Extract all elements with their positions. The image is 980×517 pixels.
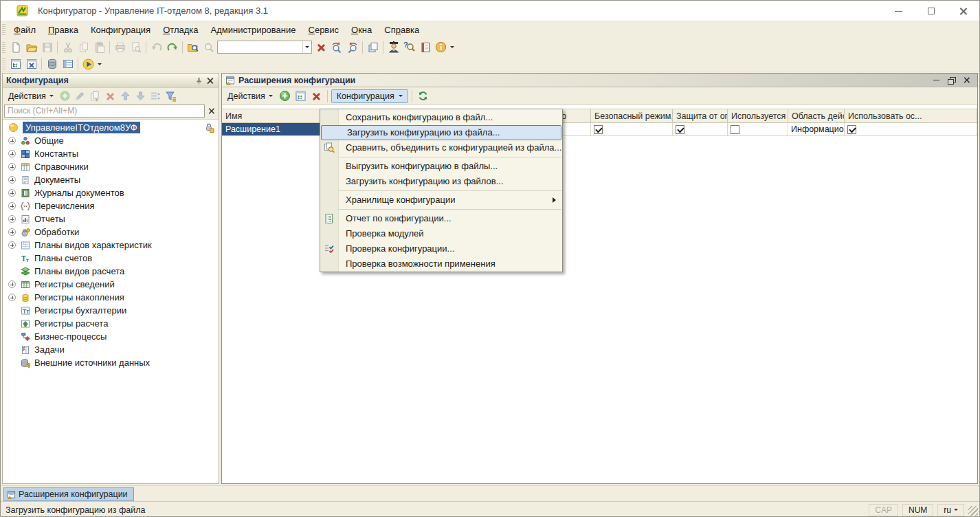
tree-item-catalogs[interactable]: Справочники	[3, 160, 219, 173]
debug-more-caret-icon[interactable]	[98, 63, 102, 65]
expand-icon[interactable]	[8, 150, 16, 157]
tree-search-input[interactable]	[5, 106, 204, 116]
menu-item-compare-merge[interactable]: Сравнить, объединить с конфигурацией из …	[320, 140, 562, 155]
print-preview-button[interactable]	[128, 40, 144, 55]
column-header-danger-protection[interactable]: Защита от опас...	[673, 109, 728, 122]
child-minimize-button[interactable]	[928, 74, 944, 87]
used-in-distributed-checkbox[interactable]	[731, 125, 739, 134]
delete-extension-button[interactable]	[309, 89, 324, 103]
extensions-actions-button[interactable]: Действия	[224, 90, 276, 102]
tree-item-calculation-registers[interactable]: Регистры расчета	[3, 317, 219, 330]
open-button[interactable]	[23, 40, 39, 55]
sort-list-button[interactable]	[148, 89, 163, 103]
tree-item-chart-of-calculation-types[interactable]: Планы видов расчета	[3, 265, 219, 278]
expand-icon[interactable]	[8, 163, 16, 170]
extensions-window-titlebar[interactable]: Расширения конфигурации	[222, 74, 977, 87]
tree-item-business-processes[interactable]: Бизнес-процессы	[3, 330, 219, 343]
toolbar2-grip[interactable]	[2, 58, 5, 69]
search-clear-icon[interactable]	[205, 104, 217, 118]
expand-icon[interactable]	[8, 280, 16, 288]
tree-item-constants[interactable]: Константы	[3, 147, 219, 160]
menu-tools[interactable]: Сервис	[302, 23, 346, 37]
menu-item-check-applicability[interactable]: Проверка возможности применения	[320, 256, 562, 272]
minimize-button[interactable]	[882, 1, 915, 21]
tree-item-external-data-sources[interactable]: Внешние источники данных	[3, 356, 219, 369]
tree-item-accounting-registers[interactable]: ТтРегистры бухгалтерии	[3, 304, 219, 317]
menu-item-load-config-from-file[interactable]: Загрузить конфигурацию из файла...	[321, 125, 561, 140]
open-extension-configuration-button[interactable]	[293, 89, 308, 103]
column-header-scope[interactable]: Область действ...	[788, 109, 845, 122]
toolbar-grip[interactable]	[2, 42, 5, 53]
print-button[interactable]	[112, 40, 128, 55]
menu-item-config-report[interactable]: Отчет по конфигурации...	[320, 211, 562, 226]
menu-item-config-repository[interactable]: Хранилище конфигурации	[320, 192, 562, 208]
tree-item-document-journals[interactable]: Журналы документов	[3, 186, 219, 199]
tree-item-chart-of-accounts[interactable]: ТтПланы счетов	[3, 252, 219, 265]
cut-button[interactable]	[60, 40, 76, 55]
column-header-used-in[interactable]: Используется в ...	[728, 109, 788, 122]
paste-button[interactable]	[91, 40, 107, 55]
edit-button[interactable]	[73, 89, 87, 103]
syntax-book-button[interactable]	[417, 40, 433, 55]
copy-windows-button[interactable]	[365, 40, 381, 55]
pin-icon[interactable]	[193, 75, 204, 86]
tree-item-common[interactable]: Общие	[3, 134, 219, 147]
filter-button[interactable]	[164, 89, 178, 103]
zoom-forward-icon[interactable]	[344, 40, 360, 55]
expand-icon[interactable]	[8, 294, 16, 301]
tree-item-enums[interactable]: Перечисления	[3, 199, 219, 212]
search-input[interactable]	[218, 42, 302, 52]
add-extension-button[interactable]	[278, 89, 292, 103]
menu-item-save-config-to-file[interactable]: Сохранить конфигурацию в файл...	[320, 110, 562, 125]
child-restore-button[interactable]	[944, 74, 959, 87]
expand-icon[interactable]	[8, 189, 16, 197]
tree-item-tasks[interactable]: Задачи	[3, 343, 219, 356]
move-up-button[interactable]	[118, 89, 133, 103]
global-search-button[interactable]	[185, 40, 201, 55]
maximize-button[interactable]	[915, 1, 947, 21]
panel-close-icon[interactable]	[204, 75, 215, 86]
menu-windows[interactable]: Окна	[345, 23, 378, 37]
tab-extensions-window[interactable]: Расширения конфигурации	[3, 487, 134, 501]
database-icon[interactable]	[44, 56, 60, 72]
menu-item-check-configuration[interactable]: Проверка конфигурации...	[320, 241, 562, 256]
expand-icon[interactable]	[8, 176, 16, 184]
menu-edit[interactable]: Правка	[42, 23, 85, 37]
expand-icon[interactable]	[8, 241, 16, 249]
use-main-roles-cell[interactable]	[845, 123, 977, 135]
new-document-button[interactable]	[8, 40, 23, 55]
scope-cell[interactable]: Информационна...	[788, 123, 845, 135]
redo-button[interactable]	[164, 40, 180, 55]
actions-dropdown-button[interactable]: Действия	[5, 90, 57, 102]
danger-protection-cell[interactable]	[673, 123, 728, 135]
menu-item-load-config-from-files[interactable]: Загрузить конфигурацию из файлов...	[320, 174, 562, 189]
tree-item-chart-of-characteristic-types[interactable]: Планы видов характеристик	[3, 239, 219, 252]
delete-button[interactable]	[103, 89, 118, 103]
tree-item-documents[interactable]: Документы	[3, 173, 219, 186]
resize-grip[interactable]	[968, 506, 978, 516]
safe-mode-cell[interactable]	[591, 123, 673, 135]
exchange-table-button[interactable]	[60, 56, 76, 72]
child-close-button[interactable]	[959, 74, 974, 87]
expand-icon[interactable]	[8, 215, 16, 223]
use-main-roles-checkbox[interactable]	[847, 125, 856, 134]
menu-administration[interactable]: Администрирование	[205, 23, 302, 37]
menu-debug[interactable]: Отладка	[157, 23, 204, 37]
find-button[interactable]	[201, 40, 216, 55]
safe-mode-checkbox[interactable]	[594, 125, 603, 134]
tree-item-reports[interactable]: Отчеты	[3, 212, 219, 226]
start-debugging-button[interactable]	[80, 56, 96, 72]
close-button[interactable]	[947, 1, 979, 21]
save-button[interactable]	[39, 40, 55, 55]
expand-icon[interactable]	[8, 202, 16, 210]
menu-file[interactable]: Файл	[8, 23, 42, 37]
configuration-dropdown-button[interactable]: Конфигурация	[331, 89, 408, 103]
expand-icon[interactable]	[8, 137, 16, 144]
search-combobox[interactable]	[217, 41, 312, 54]
danger-protection-checkbox[interactable]	[676, 125, 684, 134]
toolbar-more-caret-icon[interactable]	[450, 46, 454, 48]
syntax-search-button[interactable]: ?	[401, 40, 417, 55]
menu-item-check-modules[interactable]: Проверка модулей	[320, 226, 562, 241]
used-in-distributed-cell[interactable]	[728, 123, 788, 135]
menubar-grip[interactable]	[2, 24, 5, 35]
